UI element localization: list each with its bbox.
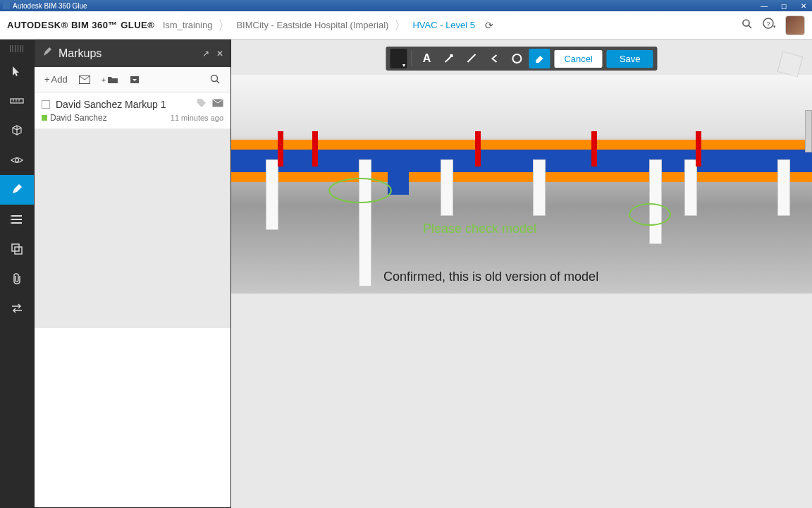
panel-header: Markups ↗ ✕ — [35, 40, 230, 67]
plus-icon: + — [44, 74, 50, 85]
svg-rect-5 — [11, 99, 23, 103]
add-folder-button[interactable]: + — [97, 73, 123, 87]
search-icon[interactable] — [742, 18, 753, 32]
mail-button[interactable] — [75, 73, 94, 87]
text-tool[interactable]: A — [416, 49, 437, 68]
breadcrumb-item-view[interactable]: HVAC - Level 5 — [410, 20, 478, 30]
markup-name: David Sanchez Markup 1 — [56, 99, 191, 110]
markup-text-green: Please check model — [423, 222, 536, 236]
svg-rect-17 — [15, 247, 22, 254]
plus-icon: + — [102, 75, 106, 84]
svg-point-20 — [211, 75, 218, 82]
panel-toolbar: + Add + — [35, 67, 230, 92]
color-picker-button[interactable] — [390, 49, 407, 68]
markup-oval — [328, 178, 392, 203]
panel-title: Markups — [59, 47, 102, 60]
filter-dropdown[interactable] — [125, 73, 144, 87]
panel-popout-icon[interactable]: ↗ — [202, 49, 209, 59]
oval-tool[interactable] — [506, 49, 527, 68]
svg-text:?: ? — [766, 20, 770, 27]
clash-tool[interactable] — [0, 234, 34, 264]
status-dot-icon — [42, 115, 47, 121]
maximize-button[interactable]: ◻ — [778, 2, 789, 10]
views-tool[interactable] — [0, 145, 34, 175]
arrow-tool[interactable] — [438, 49, 460, 68]
viewcube-icon — [777, 52, 804, 78]
models-tool[interactable] — [0, 116, 34, 145]
svg-point-0 — [743, 20, 749, 26]
window-title: Autodesk BIM 360 Glue — [13, 2, 87, 10]
mail-icon[interactable] — [212, 99, 223, 109]
user-avatar[interactable] — [785, 16, 805, 35]
panel-search-icon[interactable] — [206, 71, 225, 87]
cursor-tool[interactable] — [0, 56, 34, 86]
chevron-right-icon: 〉 — [394, 17, 407, 34]
close-button[interactable]: ✕ — [798, 2, 809, 10]
panel-close-icon[interactable]: ✕ — [216, 49, 223, 59]
chevron-right-icon: 〉 — [218, 17, 230, 34]
viewcube[interactable] — [780, 54, 808, 82]
save-button[interactable]: Save — [607, 50, 653, 68]
back-tool[interactable] — [484, 49, 505, 68]
markup-oval — [629, 203, 671, 226]
app-logo: AUTODESK® BIM 360™ GLUE® — [7, 20, 154, 30]
svg-point-9 — [16, 159, 19, 162]
left-toolbar: |||||| — [0, 40, 34, 508]
app-icon — [3, 2, 10, 9]
tag-icon[interactable] — [197, 98, 207, 110]
add-markup-button[interactable]: + Add — [40, 71, 72, 87]
refresh-icon[interactable]: ⟳ — [485, 20, 493, 31]
svg-point-24 — [512, 54, 521, 63]
swap-tool[interactable] — [0, 294, 34, 323]
toolbar-grip-icon: |||||| — [0, 40, 34, 56]
markups-tool[interactable] — [0, 175, 34, 205]
help-icon[interactable]: ?▾ — [763, 18, 775, 33]
right-nav-strip[interactable] — [805, 110, 812, 152]
eraser-tool[interactable] — [529, 49, 550, 68]
header-bar: AUTODESK® BIM 360™ GLUE® lsm_training 〉 … — [0, 11, 812, 40]
svg-text:▾: ▾ — [773, 24, 775, 29]
breadcrumb-item-project[interactable]: lsm_training — [160, 20, 215, 30]
markup-author: David Sanchez — [42, 113, 107, 123]
markups-panel: Markups ↗ ✕ + Add + — [34, 40, 231, 508]
measure-tool[interactable] — [0, 86, 34, 116]
line-tool[interactable] — [461, 49, 482, 68]
model-render — [231, 75, 812, 294]
svg-point-15 — [11, 222, 12, 224]
list-tool[interactable] — [0, 205, 34, 234]
minimize-button[interactable]: — — [758, 2, 770, 10]
cancel-button[interactable]: Cancel — [554, 50, 602, 68]
attachments-tool[interactable] — [0, 264, 34, 294]
breadcrumb: lsm_training 〉 BIMCity - Eastside Hospit… — [160, 17, 493, 34]
markup-toolbar: A Cancel Save — [386, 47, 657, 71]
window-titlebar: Autodesk BIM 360 Glue — ◻ ✕ — [0, 0, 812, 11]
panel-body — [35, 129, 230, 328]
svg-line-21 — [217, 81, 220, 84]
svg-rect-16 — [12, 244, 19, 251]
svg-point-14 — [11, 219, 12, 220]
markup-list-item[interactable]: David Sanchez Markup 1 David Sanchez 11 … — [35, 92, 230, 129]
svg-line-1 — [749, 25, 751, 28]
markup-text-black: Confirmed, this is old version of model — [383, 270, 598, 284]
markup-timestamp: 11 minutes ago — [171, 114, 223, 122]
svg-line-23 — [467, 54, 475, 62]
markup-checkbox[interactable] — [42, 100, 50, 109]
svg-point-13 — [11, 215, 12, 217]
breadcrumb-item-model[interactable]: BIMCity - Eastside Hospital (Imperial) — [233, 20, 391, 30]
model-viewport[interactable]: Please check model Confirmed, this is ol… — [231, 40, 812, 508]
feather-icon — [42, 47, 53, 61]
